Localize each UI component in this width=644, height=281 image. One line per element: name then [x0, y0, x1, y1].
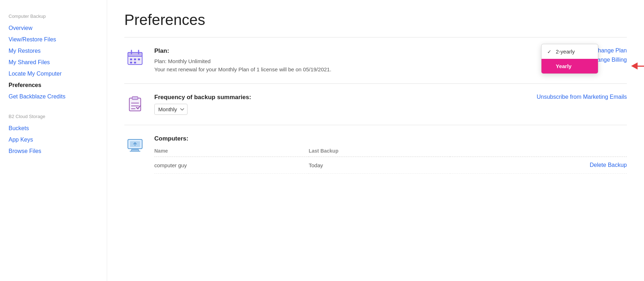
plan-option-yearly-label: Yearly: [556, 63, 571, 69]
sidebar-item-view-restore-files[interactable]: View/Restore Files: [9, 34, 98, 45]
clipboard-icon: [124, 95, 146, 112]
computers-content: Computers: Name Last Backup computer guy…: [154, 135, 627, 174]
plan-section: Plan: Plan: Monthly Unlimited Your next …: [124, 37, 627, 83]
sidebar-section-computer-backup: Computer Backup: [9, 14, 98, 19]
delete-col: Delete Backup: [450, 157, 627, 174]
plan-renewal-text: Your next renewal for your Monthly Plan …: [154, 66, 540, 74]
computer-last-backup: Today: [309, 157, 450, 174]
computer-name: computer guy: [154, 157, 309, 174]
arrow-line: [638, 66, 644, 67]
plan-dropdown-popup: ✓ 2-yearly Yearly: [541, 44, 598, 74]
frequency-title: Frequency of backup summaries:: [154, 94, 528, 101]
sidebar-item-locate-my-computer[interactable]: Locate My Computer: [9, 68, 98, 80]
col-last-backup: Last Backup: [309, 145, 450, 157]
svg-rect-10: [132, 97, 138, 99]
computers-title: Computers:: [154, 135, 627, 142]
plan-name: Plan: Monthly Unlimited: [154, 57, 540, 66]
plan-title: Plan:: [154, 47, 540, 55]
main-content: Preferences Plan: Plan: Monthly Unlimite…: [107, 0, 644, 281]
svg-rect-1: [128, 52, 142, 56]
plan-content: Plan: Plan: Monthly Unlimited Your next …: [154, 47, 540, 73]
computer-icon: [124, 137, 146, 154]
sidebar-section-b2-cloud-storage: B2 Cloud Storage: [9, 114, 98, 119]
svg-rect-5: [134, 58, 136, 60]
arrow-indicator: [631, 62, 644, 70]
frequency-actions: Unsubscribe from Marketing Emails: [536, 94, 627, 100]
sidebar-item-buckets[interactable]: Buckets: [9, 123, 98, 134]
arrow-head: [631, 62, 638, 70]
sidebar-item-browse-files[interactable]: Browse Files: [9, 145, 98, 157]
change-plan-link[interactable]: Change Plan: [594, 47, 627, 54]
table-row: computer guy Today Delete Backup: [154, 157, 627, 174]
sidebar-item-my-shared-files[interactable]: My Shared Files: [9, 57, 98, 68]
plan-option-yearly[interactable]: Yearly: [541, 59, 598, 73]
sidebar-item-app-keys[interactable]: App Keys: [9, 134, 98, 145]
plan-actions: Change Plan Change Billing ✓ 2-yearly Ye…: [548, 47, 627, 63]
checkmark-icon: ✓: [547, 49, 553, 55]
sidebar-item-overview[interactable]: Overview: [9, 22, 98, 34]
svg-rect-4: [130, 58, 132, 60]
frequency-content: Frequency of backup summaries: Monthly W…: [154, 94, 528, 115]
plan-option-2yearly-label: 2-yearly: [556, 48, 575, 55]
sidebar-item-get-backblaze-credits[interactable]: Get Backblaze Credits: [9, 91, 98, 102]
col-name: Name: [154, 145, 309, 157]
computers-table: Name Last Backup computer guy Today Dele…: [154, 145, 627, 174]
svg-rect-8: [134, 62, 136, 63]
unsubscribe-marketing-link[interactable]: Unsubscribe from Marketing Emails: [536, 94, 627, 100]
delete-backup-link[interactable]: Delete Backup: [590, 162, 627, 168]
svg-rect-7: [130, 62, 132, 63]
sidebar-item-preferences: Preferences: [9, 80, 98, 91]
plan-option-2yearly[interactable]: ✓ 2-yearly: [541, 44, 598, 59]
sidebar: Computer Backup Overview View/Restore Fi…: [0, 0, 107, 281]
sidebar-item-my-restores[interactable]: My Restores: [9, 45, 98, 57]
frequency-section: Frequency of backup summaries: Monthly W…: [124, 83, 627, 125]
svg-rect-6: [138, 58, 140, 60]
computers-section: Computers: Name Last Backup computer guy…: [124, 125, 627, 184]
page-title: Preferences: [124, 11, 627, 29]
frequency-select[interactable]: Monthly Weekly Daily: [154, 104, 188, 115]
calendar-icon: [124, 49, 146, 66]
